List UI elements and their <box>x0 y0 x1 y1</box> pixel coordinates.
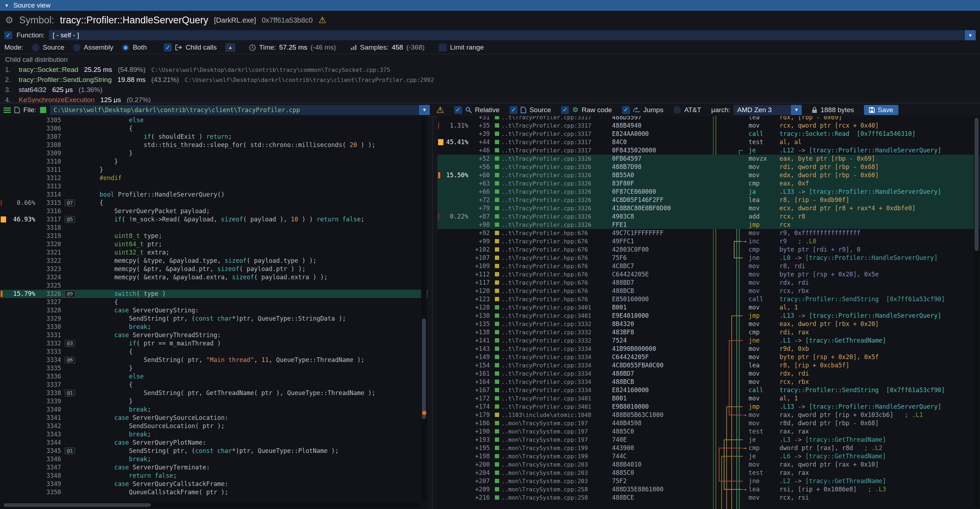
source-line-row[interactable]: 3335 } <box>0 364 428 372</box>
asm-file-ref[interactable]: ..1103\include\atomic:1048 <box>501 411 612 419</box>
source-line-row[interactable]: 3345@1 SendString( ptr, (const char*)ptr… <box>0 447 428 455</box>
source-line-row[interactable]: 3350 QueueCallstackFrame( ptr ); <box>0 488 428 496</box>
asm-file-ref[interactable]: ..mon\TracySystem.cpp:258 <box>501 493 612 502</box>
scrollbar-thumb[interactable] <box>3 503 151 507</box>
asm-row[interactable]: 0.22%+87..t\TracyProfiler.cpp:33264903C8… <box>438 212 980 221</box>
asm-file-ref[interactable]: ..mon\TracySystem.cpp:203 <box>501 460 612 469</box>
address-count-badge[interactable]: @9 <box>65 290 75 297</box>
up-arrow-button[interactable]: ▲ <box>225 43 235 52</box>
source-line-row[interactable]: 3349 case ServerQueryCallstackFrame: <box>0 480 428 488</box>
asm-file-ref[interactable]: ..t\TracyProfiler.cpp:3332 <box>501 336 612 345</box>
source-line-row[interactable]: 3310 } <box>0 157 428 166</box>
source-line-row[interactable]: 3322 memcpy( &type, &payload.type, sizeo… <box>0 257 428 265</box>
source-line-row[interactable]: 3318 <box>0 224 428 232</box>
child-call-row[interactable]: 1.tracy::Socket::Read25.25 ms(54.89%)C:\… <box>0 65 980 75</box>
source-line-row[interactable]: 3344 case ServerQueryPlotName: <box>0 439 428 447</box>
asm-row[interactable]: +52..t\TracyProfiler.cpp:33260FB64597mov… <box>438 154 980 163</box>
asm-file-ref[interactable]: ..t\TracyProfiler.cpp:3326 <box>501 196 612 204</box>
relative-checkbox[interactable]: ✓ <box>454 106 462 114</box>
source-line-row[interactable]: 0.66%3315@7 { <box>0 199 428 207</box>
source-line-row[interactable]: 3306 { <box>0 124 428 133</box>
source-line-row[interactable]: 3309 } <box>0 149 428 157</box>
asm-row[interactable]: +66..t\TracyProfiler.cpp:33260F87CE06000… <box>438 188 980 196</box>
asm-row[interactable]: +46..t\TracyProfiler.cpp:33170F843502000… <box>438 146 980 154</box>
source-line-row[interactable]: 3312 #endif <box>0 174 428 182</box>
uarch-combo[interactable]: AMD Zen 3 ▼ <box>733 105 802 115</box>
source-line-row[interactable]: 3333 { <box>0 348 428 356</box>
source-line-row[interactable]: 3330 break; <box>0 323 428 331</box>
asm-row[interactable]: +112..t\TracyProfiler.hpp:676C64424205Em… <box>438 270 980 278</box>
asm-row[interactable]: +154..t\TracyProfiler.cpp:33344C8D055FBA… <box>438 361 980 369</box>
asm-file-ref[interactable]: ..t\TracyProfiler.hpp:676 <box>501 245 612 254</box>
source-line-row[interactable]: 3311 } <box>0 166 428 174</box>
collapse-arrow-icon[interactable]: ▼ <box>4 3 9 8</box>
jumps-checkbox[interactable]: ✓ <box>622 106 630 114</box>
asm-row[interactable]: +117..t\TracyProfiler.hpp:676488BD7movrd… <box>438 278 980 287</box>
source-line-row[interactable]: 3314 bool Profiler::HandleServerQuery() <box>0 191 428 199</box>
asm-row[interactable]: +138..t\TracyProfiler.cpp:3332483BF8cmpr… <box>438 328 980 336</box>
raw-code-toggle[interactable]: ✓ ⚙ Raw code <box>561 106 612 114</box>
address-count-badge[interactable]: @3 <box>65 340 75 347</box>
asm-file-ref[interactable]: ..t\TracyProfiler.cpp:3317 <box>501 130 612 138</box>
asm-file-ref[interactable]: ..t\TracyProfiler.cpp:3334 <box>501 378 612 386</box>
asm-row[interactable]: +167..t\TracyProfiler.cpp:3334E824160000… <box>438 386 980 394</box>
source-line-row[interactable]: 15.79%3326@9 switch( type ) <box>0 290 428 298</box>
source-line-row[interactable]: 3346 break; <box>0 455 428 463</box>
asm-file-ref[interactable]: ..t\TracyProfiler.cpp:3326 <box>501 212 612 221</box>
asm-row[interactable]: +107..t\TracyProfiler.hpp:67675F6jne.L0 … <box>438 254 980 262</box>
chevron-down-icon[interactable]: ▼ <box>419 105 430 115</box>
asm-file-ref[interactable]: ..t\TracyProfiler.hpp:676 <box>501 287 612 295</box>
source-line-row[interactable]: 3347 case ServerQueryTerminate: <box>0 463 428 472</box>
source-line-row[interactable]: 3332@3 if( ptr == m_mainThread ) <box>0 339 428 348</box>
child-call-row[interactable]: 4.KeSynchronizeExecution125 μs(0.27%) <box>0 95 980 103</box>
asm-file-ref[interactable]: ..mon\TracySystem.cpp:197 <box>501 419 612 428</box>
source-line-row[interactable]: 46.93%3317@5 if( !m_sock->Read( &payload… <box>0 215 428 224</box>
asm-row[interactable]: +198..mon\TracySystem.cpp:199744Cje.L6 -… <box>438 452 980 460</box>
asm-row[interactable]: +141..t\TracyProfiler.cpp:33327524jne.L1… <box>438 336 980 345</box>
asm-row[interactable]: +164..t\TracyProfiler.cpp:3334488BCBmovr… <box>438 378 980 386</box>
chevron-down-icon[interactable]: ▼ <box>965 30 976 40</box>
pane-divider[interactable] <box>432 116 433 509</box>
asm-file-ref[interactable]: ..t\TracyProfiler.cpp:3332 <box>501 320 612 328</box>
asm-file-ref[interactable]: ..t\TracyProfiler.hpp:676 <box>501 229 612 237</box>
source-line-row[interactable]: 3334@6 SendString( ptr, "Main thread", 1… <box>0 356 428 364</box>
raw-code-checkbox[interactable]: ✓ <box>561 106 569 114</box>
asm-file-ref[interactable]: ..t\TracyProfiler.cpp:3326 <box>501 180 612 188</box>
asm-row[interactable]: +149..t\TracyProfiler.cpp:3334C64424205F… <box>438 353 980 361</box>
asm-file-ref[interactable]: ..t\TracyProfiler.cpp:3317 <box>501 138 612 146</box>
source-line-row[interactable]: 3338@1 SendString( ptr, GetThreadName( p… <box>0 389 428 397</box>
asm-row[interactable]: +72..t\TracyProfiler.cpp:33264C8D05F146F… <box>438 196 980 204</box>
asm-row[interactable]: +102..t\TracyProfiler.hpp:67642803C0F00c… <box>438 245 980 254</box>
asm-file-ref[interactable]: ..t\TracyProfiler.cpp:3317 <box>501 146 612 154</box>
source-line-row[interactable]: 3316 ServerQueryPacket payload; <box>0 207 428 215</box>
asm-row[interactable]: +186..mon\TracySystem.cpp:197448B4598mov… <box>438 419 980 428</box>
asm-file-ref[interactable]: ..t\TracyProfiler.cpp:3401 <box>501 394 612 402</box>
asm-row[interactable]: +209..mon\TracySystem.cpp:258488D35E8861… <box>438 485 980 493</box>
asm-row[interactable]: +130..t\TracyProfiler.cpp:3401E9E4010000… <box>438 312 980 320</box>
relative-toggle[interactable]: ✓ Relative <box>454 106 500 114</box>
source-line-row[interactable]: 3340 break; <box>0 406 428 414</box>
source-line-row[interactable]: 3321 uint32_t extra; <box>0 248 428 257</box>
asm-file-ref[interactable]: ..mon\TracySystem.cpp:199 <box>501 452 612 460</box>
source-line-row[interactable]: 3325 <box>0 282 428 290</box>
asm-row[interactable]: +204..mon\TracySystem.cpp:2034885C0testr… <box>438 469 980 477</box>
asm-row[interactable]: +200..mon\TracySystem.cpp:203488B4010mov… <box>438 460 980 469</box>
source-vertical-scrollbar[interactable] <box>421 117 426 501</box>
asm-file-ref[interactable]: ..t\TracyProfiler.hpp:676 <box>501 278 612 287</box>
asm-row[interactable]: +172..t\TracyProfiler.cpp:3401B001moval,… <box>438 394 980 402</box>
asm-file-ref[interactable]: ..t\TracyProfiler.cpp:3334 <box>501 353 612 361</box>
source-line-row[interactable]: 3305 else <box>0 116 428 124</box>
asm-file-ref[interactable]: ..t\TracyProfiler.cpp:3317 <box>501 116 612 121</box>
chevron-down-icon[interactable]: ▼ <box>791 105 802 115</box>
asm-file-ref[interactable]: ..t\TracyProfiler.cpp:3401 <box>501 304 612 312</box>
source-line-row[interactable]: 3331 case ServerQueryThreadString: <box>0 331 428 339</box>
file-list-icon[interactable] <box>3 107 11 113</box>
source-horizontal-scrollbar[interactable] <box>2 503 419 507</box>
source-line-row[interactable]: 3342 SendSourceLocation( ptr ); <box>0 422 428 430</box>
asm-file-ref[interactable]: ..mon\TracySystem.cpp:199 <box>501 444 612 452</box>
asm-row[interactable]: +39..t\TracyProfiler.cpp:3317E824AA0000c… <box>438 130 980 138</box>
asm-row[interactable]: 45.41%+44..t\TracyProfiler.cpp:331784C0t… <box>438 138 980 146</box>
asm-file-ref[interactable]: ..mon\TracySystem.cpp:258 <box>501 485 612 493</box>
source-toggle[interactable]: ✓ Source <box>509 106 551 114</box>
asm-file-ref[interactable]: ..t\TracyProfiler.cpp:3401 <box>501 402 612 411</box>
